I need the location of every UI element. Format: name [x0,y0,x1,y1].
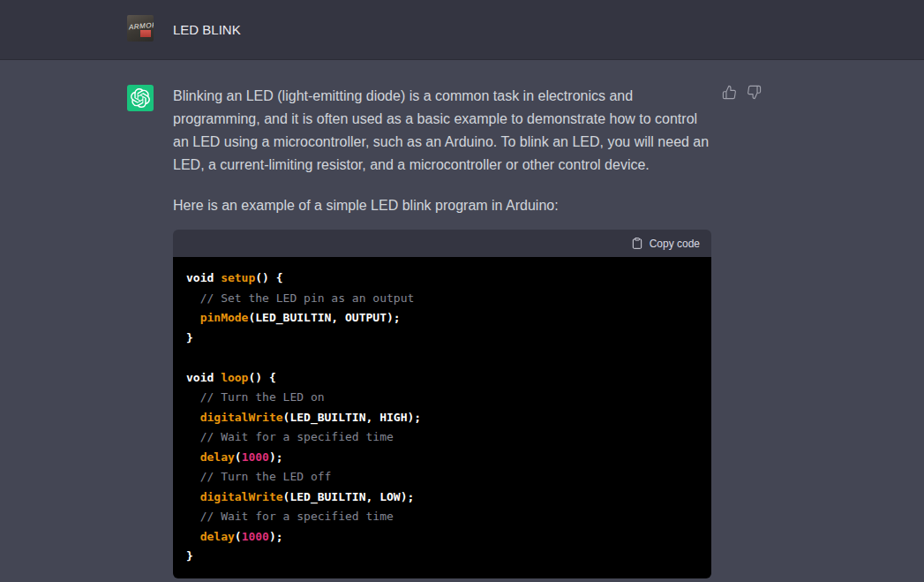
code-block: Copy code void setup() { // Set the LED … [173,230,711,578]
code-block-header: Copy code [173,230,711,257]
chat-app: ARMOR LED BLINK Blinking an LED (light-e… [0,0,924,582]
assistant-message-content: Blinking an LED (light-emitting diode) i… [173,85,711,578]
thumbs-up-icon [722,85,737,100]
code-line: delay(1000); [186,448,698,468]
user-message-text: LED BLINK [173,0,241,60]
code-line: digitalWrite(LED_BUILTIN, HIGH); [186,408,698,428]
code-line: } [186,547,698,567]
copy-code-label: Copy code [650,238,700,250]
code-line: // Turn the LED on [186,388,698,408]
assistant-paragraph: Here is an example of a simple LED blink… [173,194,711,217]
code-line: void setup() { [186,268,698,289]
code-line: digitalWrite(LED_BUILTIN, LOW); [186,488,698,508]
user-avatar: ARMOR [127,15,154,42]
clipboard-icon [631,237,643,250]
openai-logo-icon [131,88,150,108]
code-content[interactable]: void setup() { // Set the LED pin as an … [173,257,711,578]
code-line: pinMode(LED_BUILTIN, OUTPUT); [186,308,698,329]
code-line: // Set the LED pin as an output [186,289,698,309]
user-message-row: ARMOR LED BLINK [0,0,924,60]
code-line [186,348,698,368]
code-line: // Wait for a specified time [186,427,698,448]
assistant-message-row: Blinking an LED (light-emitting diode) i… [0,60,924,582]
user-avatar-photo-detail [140,30,151,37]
assistant-avatar [127,85,154,111]
feedback-buttons [722,85,762,100]
code-line: void loop() { [186,368,698,389]
code-line: // Turn the LED off [186,467,698,488]
thumbs-up-button[interactable] [722,85,737,100]
code-line: // Wait for a specified time [186,507,698,527]
thumbs-down-button[interactable] [747,85,762,100]
code-line: delay(1000); [186,527,698,548]
copy-code-button[interactable]: Copy code [631,237,700,250]
thumbs-down-icon [747,85,762,100]
code-line: } [186,329,698,349]
assistant-paragraph: Blinking an LED (light-emitting diode) i… [173,85,711,177]
